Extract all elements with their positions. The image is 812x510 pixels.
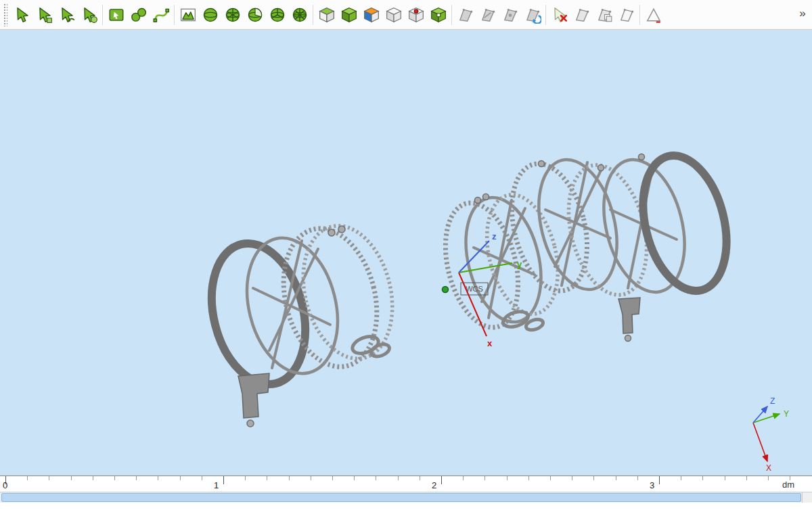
plane-rotate-icon [524,6,541,24]
wcs-x-label: x [487,338,493,348]
rectangle-selection-icon [108,6,125,24]
toolbar-button-plane-light[interactable] [570,2,593,28]
toolbar-button-cube-solid[interactable] [338,2,360,28]
sphere-selection-icon [202,6,219,24]
toolbar-separator [313,5,313,25]
toolbar-button-polygon-selection[interactable] [177,2,199,28]
toolbar-button-sphere-quadrant[interactable] [244,2,266,28]
plane-view-2-icon [479,6,497,24]
cube-solid-icon [340,6,358,24]
freeform-selection-icon [152,6,170,24]
wcs-label: WCS [466,285,483,293]
circle-selection-icon [130,6,148,24]
select-arrow-icon [14,6,31,24]
horizontal-scrollbar[interactable] [0,492,812,503]
ruler-mark-0: 0 [3,480,7,490]
toolbar-button-cube-ghost[interactable] [382,2,405,28]
wcs-y-label: y [517,259,522,269]
cube-point-icon [407,6,425,24]
ruler-unit-label: dm [782,480,794,490]
toolbar-button-sphere-selection[interactable] [199,2,221,28]
toolbar-button-cube-active[interactable] [427,2,449,28]
cube-ghost-icon [385,6,403,24]
sphere-sector-icon [269,6,286,24]
toolbar-button-sphere-spokes[interactable] [288,2,311,28]
ruler-mark-2: 2 [432,480,436,490]
plane-view-1-icon [457,6,474,24]
toolbar-button-plane-view-1[interactable] [454,2,476,28]
toolbar-button-sphere-asterisk[interactable] [221,2,244,28]
plane-view-3-icon [501,6,519,24]
main-toolbar: » [0,0,812,30]
cube-faces-icon [318,6,336,24]
select-arrow-vertex-icon [36,6,53,24]
toolbar-button-plane-outline[interactable] [615,2,637,28]
toolbar-button-selection-delete[interactable] [548,2,570,28]
triad-z-label: Z [770,396,775,406]
toolbar-button-freeform-selection[interactable] [150,2,172,28]
ruler-mark-1: 1 [214,480,219,490]
plane-copy-icon [595,6,613,24]
toolbar-separator [545,5,546,25]
toolbar-button-select-arrow[interactable] [11,2,33,28]
toolbar-button-cone-draft[interactable] [642,2,664,28]
toolbar-button-select-arrow-vertex[interactable] [33,2,55,28]
toolbar-button-select-arrow-edge[interactable] [55,2,78,28]
cube-active-icon [430,6,447,24]
window-bottom-edge [0,503,812,510]
toolbar-button-plane-copy[interactable] [593,2,615,28]
select-arrow-surface-icon [81,6,98,24]
polygon-selection-icon [179,6,197,24]
cube-oriented-icon [363,6,380,24]
selection-delete-icon [551,6,568,24]
ruler-mark-3: 3 [650,480,654,490]
ruler-major-tick [441,476,442,484]
ruler-major-tick [223,476,224,484]
sphere-spokes-icon [291,6,309,24]
toolbar-button-sphere-sector[interactable] [266,2,288,28]
triad-y-label: Y [784,409,789,419]
toolbar-button-plane-view-3[interactable] [499,2,521,28]
toolbar-grip[interactable] [3,3,7,26]
wcs-origin-dot[interactable] [443,287,449,293]
wcs-z-label: z [492,231,497,241]
cad-viewport[interactable]: x y z WCS X Y Z [0,30,812,476]
toolbar-separator [174,5,175,25]
ruler-minor-ticks [5,476,807,480]
model-cluster-middle[interactable] [434,187,570,335]
toolbar-button-cube-point[interactable] [405,2,427,28]
toolbar-button-plane-rotate[interactable] [521,2,543,28]
toolbar-button-rectangle-selection[interactable] [105,2,127,28]
toolbar-separator [102,5,103,25]
toolbar-separator [451,5,452,25]
ruler-major-tick [659,476,660,484]
model-cluster-left[interactable] [198,216,405,427]
orientation-triad: X Y Z [753,396,789,473]
cone-draft-icon [645,6,662,24]
viewport-canvas[interactable]: x y z WCS X Y Z [0,30,812,476]
triad-x-label: X [766,463,771,473]
select-arrow-edge-icon [58,6,76,24]
plane-outline-icon [618,6,635,24]
toolbar-button-select-arrow-surface[interactable] [78,2,100,28]
toolbar-button-cube-faces[interactable] [315,2,338,28]
toolbar-overflow-button[interactable]: » [796,7,809,20]
sphere-asterisk-icon [224,6,242,24]
toolbar-button-plane-view-2[interactable] [476,2,499,28]
sphere-quadrant-icon [246,6,264,24]
toolbar-button-cube-oriented[interactable] [360,2,382,28]
toolbar-separator [639,5,640,25]
toolbar-button-circle-selection[interactable] [127,2,150,28]
scrollbar-corner [802,492,812,503]
plane-light-icon [573,6,591,24]
scrollbar-thumb[interactable] [1,493,801,502]
ruler: 0 1 2 3 dm [0,476,812,492]
